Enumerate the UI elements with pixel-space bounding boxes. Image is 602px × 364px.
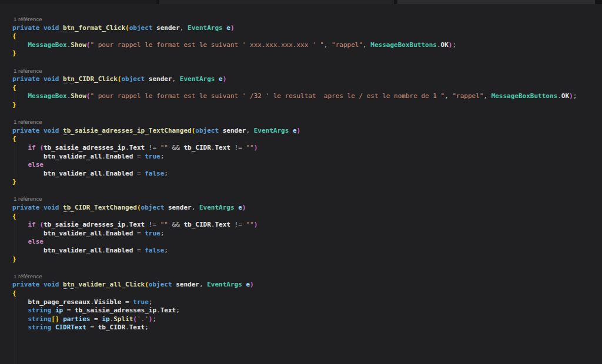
code-line[interactable]: { — [12, 32, 602, 41]
token-id: Text — [129, 221, 145, 228]
code-line[interactable]: { — [12, 135, 602, 144]
token-kw: void — [44, 75, 59, 83]
token-str: "" — [160, 221, 168, 228]
codelens-line[interactable]: 1 référence — [12, 15, 602, 24]
indent-guide — [15, 161, 15, 170]
blank-line[interactable] — [12, 264, 602, 272]
blank-line[interactable] — [12, 58, 602, 67]
code-line[interactable]: { — [12, 289, 602, 298]
token-id: tb_saisie_adresses_ip — [44, 144, 125, 151]
code-line[interactable]: MessageBox.Show(" pour rappel le format … — [12, 92, 602, 101]
codelens-reference-link[interactable]: 1 référence — [12, 196, 42, 202]
token-id: Visible — [94, 298, 121, 306]
code-line[interactable]: string[] parties = ip.Split('.'); — [12, 315, 602, 324]
code-line[interactable]: else — [12, 161, 602, 170]
code-line[interactable]: btn_valider_all.Enabled = false; — [12, 170, 602, 178]
token-pu: . — [125, 323, 129, 331]
token-fn: _valider_all_Click — [75, 281, 145, 288]
code-line[interactable]: if (tb_saisie_adresses_ip.Text != "" && … — [12, 221, 602, 230]
blank-line[interactable] — [12, 332, 602, 341]
editor-tab-2[interactable] — [159, 0, 394, 4]
code-line[interactable]: private void btn_format_Click(object sen… — [12, 24, 602, 33]
token-ty: EventArgs — [199, 204, 235, 211]
token-pu — [12, 230, 44, 237]
token-pu: = — [121, 298, 133, 306]
token-b1: { — [12, 213, 16, 220]
token-id: tb_CIDR — [183, 221, 210, 228]
token-str: "" — [246, 144, 253, 151]
token-pu: ; — [160, 153, 165, 160]
token-pu: ; — [145, 323, 149, 331]
codelens-reference-link[interactable]: 1 référence — [12, 16, 42, 22]
token-pu — [12, 153, 44, 160]
token-pa: e — [293, 127, 297, 134]
token-kw: string — [28, 323, 52, 331]
code-editor-window: 1 référenceprivate void btn_format_Click… — [0, 0, 602, 364]
token-pu: ; — [164, 247, 168, 254]
token-ty: MessageBoxButtons — [370, 41, 437, 49]
code-line[interactable]: btn_valider_all.Enabled = true; — [12, 153, 602, 161]
blank-line[interactable] — [12, 341, 602, 350]
code-line[interactable]: else — [12, 238, 602, 247]
code-line[interactable]: string ip = tb_saisie_adresses_ip.Text; — [12, 306, 602, 315]
editor-tab-3[interactable] — [397, 0, 595, 4]
token-fn: Split — [113, 315, 133, 323]
editor-tab-1[interactable] — [0, 0, 156, 4]
codelens-line[interactable]: 1 référence — [12, 195, 602, 204]
blank-line[interactable] — [12, 187, 602, 196]
token-b2: ) — [254, 144, 258, 151]
indent-guide — [15, 92, 15, 101]
token-fn: Show — [71, 92, 86, 100]
token-pu — [145, 75, 149, 83]
token-b2: ) — [230, 24, 235, 32]
code-line[interactable]: btn_page_reseaux.Visible = true; — [12, 298, 602, 307]
token-str: "rappel" — [332, 41, 363, 49]
code-line[interactable]: private void btn_CIDR_Click(object sende… — [12, 75, 602, 84]
blank-line[interactable] — [12, 358, 602, 364]
token-kw: private — [12, 75, 39, 83]
code-line[interactable]: btn_valider_all.Enabled = true; — [12, 230, 602, 238]
token-ty: EventArgs — [188, 24, 223, 32]
codelens-reference-link[interactable]: 1 référence — [12, 68, 42, 74]
code-line[interactable]: } — [12, 49, 602, 58]
codelens-line[interactable]: 1 référence — [12, 118, 602, 127]
token-b1: } — [12, 255, 16, 263]
code-line[interactable]: MessageBox.Show(" pour rappel le format … — [12, 41, 602, 50]
code-line[interactable]: } — [12, 178, 602, 187]
code-line[interactable]: } — [12, 255, 602, 264]
code-line[interactable]: private void tb_saisie_adresses_ip_TextC… — [12, 127, 602, 136]
code-line[interactable]: btn_valider_all.Enabled = false; — [12, 247, 602, 255]
token-ty: MessageBoxButtons — [491, 92, 558, 100]
token-pu: . — [125, 144, 129, 151]
token-kw: object — [129, 24, 153, 32]
token-b2: ( — [39, 144, 44, 151]
token-pu: = — [133, 247, 145, 254]
code-line[interactable]: { — [12, 213, 602, 221]
codelens-line[interactable]: 1 référence — [12, 272, 602, 281]
code-line[interactable]: } — [12, 101, 602, 110]
blank-line[interactable] — [12, 349, 602, 358]
codelens-reference-link[interactable]: 1 référence — [12, 119, 42, 125]
token-b2: ) — [254, 221, 258, 228]
token-id: sender — [176, 281, 199, 288]
token-fn: _CIDR_Click — [75, 75, 118, 83]
token-pu: , — [180, 24, 188, 32]
token-pu — [39, 75, 44, 83]
code-line[interactable]: string CIDRText = tb_CIDR.Text; — [12, 323, 602, 332]
blank-line[interactable] — [12, 110, 602, 119]
codelens-line[interactable]: 1 référence — [12, 67, 602, 76]
indent-guide — [15, 144, 15, 153]
code-line[interactable]: private void tb_CIDR_TextChanged(object … — [12, 204, 602, 213]
token-pu: = — [86, 323, 98, 331]
code-line[interactable]: if (tb_saisie_adresses_ip.Text != "" && … — [12, 144, 602, 153]
code-line[interactable]: { — [12, 84, 602, 93]
token-id: Text — [129, 144, 145, 151]
code-editor[interactable]: 1 référenceprivate void btn_format_Click… — [0, 4, 602, 364]
token-kw: true — [133, 298, 149, 306]
token-id: btn_valider_all — [44, 170, 102, 177]
indent-guide — [15, 323, 15, 332]
token-ty: MessageBox — [28, 92, 67, 100]
token-b2: ) — [242, 204, 246, 211]
code-line[interactable]: private void btn_valider_all_Click(objec… — [12, 281, 602, 289]
codelens-reference-link[interactable]: 1 référence — [12, 273, 42, 279]
